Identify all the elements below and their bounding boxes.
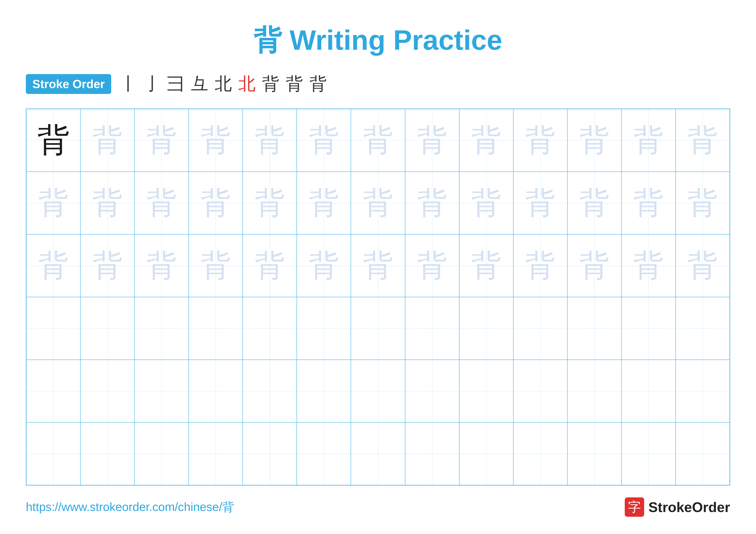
grid-cell-r2-c2[interactable]: 背: [80, 172, 134, 234]
grid-cell-r6-c11[interactable]: [567, 422, 622, 485]
grid-cell-r3-c10[interactable]: 背: [513, 234, 567, 297]
grid-cell-r2-c6[interactable]: 背: [297, 172, 351, 234]
grid-cell-r4-c2[interactable]: [80, 297, 134, 360]
grid-cell-r3-c13[interactable]: 背: [676, 234, 730, 297]
grid-cell-r4-c4[interactable]: [189, 297, 243, 360]
grid-cell-r2-c5[interactable]: 背: [243, 172, 297, 234]
grid-cell-r3-c11[interactable]: 背: [567, 234, 622, 297]
grid-cell-r5-c10[interactable]: [513, 360, 567, 422]
grid-cell-r6-c3[interactable]: [134, 422, 189, 485]
grid-cell-r1-c8[interactable]: 背: [405, 109, 459, 172]
char-guide: 背: [471, 183, 501, 224]
grid-cell-r2-c11[interactable]: 背: [567, 172, 622, 234]
grid-cell-r4-c11[interactable]: [567, 297, 622, 360]
stroke-5: 北: [215, 72, 232, 96]
grid-cell-r3-c5[interactable]: 背: [243, 234, 297, 297]
grid-cell-r1-c1[interactable]: 背: [26, 109, 80, 172]
stroke-1: 丨: [120, 72, 137, 96]
char-guide: 背: [634, 120, 663, 161]
grid-cell-r3-c2[interactable]: 背: [80, 234, 134, 297]
grid-cell-r4-c10[interactable]: [513, 297, 567, 360]
grid-cell-r5-c4[interactable]: [189, 360, 243, 422]
grid-cell-r1-c2[interactable]: 背: [80, 109, 134, 172]
grid-cell-r3-c1[interactable]: 背: [26, 234, 80, 297]
grid-cell-r4-c1[interactable]: [26, 297, 80, 360]
grid-cell-r1-c6[interactable]: 背: [297, 109, 351, 172]
char-guide: 背: [201, 183, 231, 224]
grid-cell-r5-c2[interactable]: [80, 360, 134, 422]
grid-cell-r6-c2[interactable]: [80, 422, 134, 485]
stroke-7: 背: [262, 72, 279, 96]
grid-cell-r2-c4[interactable]: 背: [189, 172, 243, 234]
grid-cell-r6-c8[interactable]: [405, 422, 459, 485]
grid-cell-r5-c9[interactable]: [459, 360, 513, 422]
char-solid: 背: [37, 119, 69, 162]
grid-cell-r5-c3[interactable]: [134, 360, 189, 422]
grid-cell-r5-c8[interactable]: [405, 360, 459, 422]
grid-cell-r1-c3[interactable]: 背: [134, 109, 189, 172]
grid-cell-r4-c7[interactable]: [351, 297, 405, 360]
grid-cell-r1-c10[interactable]: 背: [513, 109, 567, 172]
grid-cell-r5-c6[interactable]: [297, 360, 351, 422]
footer-url: https://www.strokeorder.com/chinese/背: [26, 499, 234, 515]
stroke-9: 背: [310, 72, 327, 96]
grid-cell-r2-c1[interactable]: 背: [26, 172, 80, 234]
grid-cell-r5-c7[interactable]: [351, 360, 405, 422]
grid-cell-r3-c7[interactable]: 背: [351, 234, 405, 297]
grid-cell-r2-c12[interactable]: 背: [622, 172, 676, 234]
char-guide: 背: [309, 120, 339, 161]
grid-cell-r6-c7[interactable]: [351, 422, 405, 485]
grid-cell-r6-c1[interactable]: [26, 422, 80, 485]
grid-cell-r6-c9[interactable]: [459, 422, 513, 485]
page: 背 Writing Practice Stroke Order 丨 亅 彐 彑 …: [0, 0, 756, 534]
grid-cell-r4-c9[interactable]: [459, 297, 513, 360]
grid-cell-r1-c11[interactable]: 背: [567, 109, 622, 172]
grid-cell-r6-c4[interactable]: [189, 422, 243, 485]
grid-cell-r4-c13[interactable]: [676, 297, 730, 360]
grid-cell-r4-c8[interactable]: [405, 297, 459, 360]
grid-cell-r6-c10[interactable]: [513, 422, 567, 485]
grid-cell-r4-c3[interactable]: [134, 297, 189, 360]
grid-cell-r1-c7[interactable]: 背: [351, 109, 405, 172]
grid-cell-r3-c9[interactable]: 背: [459, 234, 513, 297]
grid-cell-r6-c12[interactable]: [622, 422, 676, 485]
grid-cell-r6-c5[interactable]: [243, 422, 297, 485]
footer-logo-text: StrokeOrder: [648, 499, 730, 515]
grid-cell-r3-c3[interactable]: 背: [134, 234, 189, 297]
grid-cell-r4-c12[interactable]: [622, 297, 676, 360]
grid-cell-r5-c5[interactable]: [243, 360, 297, 422]
grid-cell-r6-c13[interactable]: [676, 422, 730, 485]
char-guide: 背: [525, 183, 555, 224]
grid-cell-r2-c10[interactable]: 背: [513, 172, 567, 234]
grid-cell-r1-c9[interactable]: 背: [459, 109, 513, 172]
grid-cell-r3-c8[interactable]: 背: [405, 234, 459, 297]
footer-logo: 字 StrokeOrder: [625, 497, 730, 517]
grid-cell-r1-c13[interactable]: 背: [676, 109, 730, 172]
grid-cell-r2-c13[interactable]: 背: [676, 172, 730, 234]
char-guide: 背: [39, 183, 68, 224]
grid-cell-r5-c13[interactable]: [676, 360, 730, 422]
grid-cell-r2-c7[interactable]: 背: [351, 172, 405, 234]
grid-cell-r1-c12[interactable]: 背: [622, 109, 676, 172]
char-guide: 背: [363, 183, 393, 224]
grid-cell-r5-c12[interactable]: [622, 360, 676, 422]
grid-cell-r3-c6[interactable]: 背: [297, 234, 351, 297]
grid-cell-r4-c5[interactable]: [243, 297, 297, 360]
char-guide: 背: [255, 120, 285, 161]
grid-cell-r4-c6[interactable]: [297, 297, 351, 360]
char-guide: 背: [417, 183, 447, 224]
grid-cell-r6-c6[interactable]: [297, 422, 351, 485]
grid-cell-r2-c8[interactable]: 背: [405, 172, 459, 234]
char-guide: 背: [93, 245, 122, 286]
grid-cell-r1-c5[interactable]: 背: [243, 109, 297, 172]
grid-cell-r5-c1[interactable]: [26, 360, 80, 422]
grid-cell-r5-c11[interactable]: [567, 360, 622, 422]
footer: https://www.strokeorder.com/chinese/背 字 …: [26, 497, 730, 517]
grid-cell-r1-c4[interactable]: 背: [189, 109, 243, 172]
grid-cell-r2-c3[interactable]: 背: [134, 172, 189, 234]
grid-cell-r2-c9[interactable]: 背: [459, 172, 513, 234]
grid-cell-r3-c12[interactable]: 背: [622, 234, 676, 297]
char-guide: 背: [147, 120, 177, 161]
grid-cell-r3-c4[interactable]: 背: [189, 234, 243, 297]
char-guide: 背: [634, 183, 663, 224]
